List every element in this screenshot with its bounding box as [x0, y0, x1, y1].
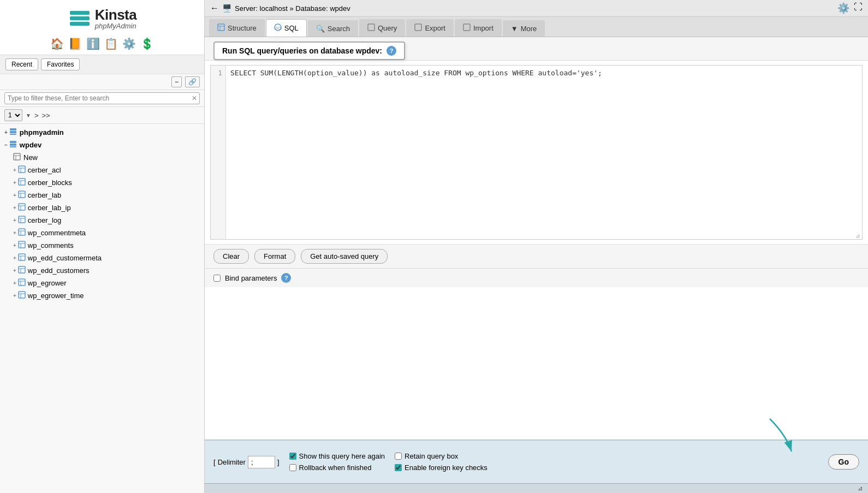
show-query-label[interactable]: Show this query here again: [289, 452, 385, 460]
retain-query-text: Retain query box: [405, 452, 458, 460]
sql-editor-textarea[interactable]: SELECT SUM(LENGTH(option_value)) as auto…: [226, 66, 862, 239]
db-label-new: New: [23, 153, 38, 162]
tab-structure-label: Structure: [228, 24, 257, 32]
phpmyadmin-brand: phpMyAdmin: [95, 22, 136, 30]
top-bar: ← 🖥️ Server: localhost » Database: wpdev…: [205, 0, 868, 17]
back-button[interactable]: ←: [210, 3, 219, 13]
svg-rect-9: [14, 153, 20, 160]
db-item-new[interactable]: New: [0, 151, 204, 164]
link-button[interactable]: 🔗: [185, 76, 200, 87]
svg-rect-8: [10, 146, 16, 147]
page-forward-end-button[interactable]: >>: [42, 111, 50, 120]
tabs-bar: Structure SQL SQL 🔍 Search Query Export: [205, 17, 868, 37]
logo-area: Kinsta phpMyAdmin: [68, 7, 136, 31]
filter-input[interactable]: [4, 92, 200, 104]
expand-icon[interactable]: ⛶: [854, 2, 863, 14]
db-item-cerber_log[interactable]: + cerber_log: [0, 214, 204, 227]
gear-icon[interactable]: ⚙️: [122, 37, 136, 50]
help-icon[interactable]: ?: [387, 46, 396, 56]
search-tab-icon: 🔍: [316, 25, 325, 33]
export-tab-icon: [414, 23, 422, 33]
db-label-wp_egrower: wp_egrower: [28, 279, 67, 287]
tab-import[interactable]: Import: [455, 19, 502, 37]
table-icon-cerber_log: [18, 216, 26, 225]
breadcrumb-area: ← 🖥️ Server: localhost » Database: wpdev: [210, 3, 350, 13]
info-icon[interactable]: ℹ️: [86, 37, 100, 50]
page-forward-button[interactable]: >: [34, 111, 39, 120]
svg-rect-50: [368, 24, 374, 31]
db-item-wp_egrower_time[interactable]: + wp_egrower_time: [0, 289, 204, 302]
bind-parameters-checkbox[interactable]: [213, 275, 221, 282]
db-label-cerber_log: cerber_log: [28, 216, 61, 224]
db-item-wp_egrower[interactable]: + wp_egrower: [0, 277, 204, 289]
svg-rect-2: [70, 22, 90, 26]
bind-params-help-icon[interactable]: ?: [281, 273, 291, 283]
show-query-checkbox[interactable]: [289, 453, 296, 460]
expand-icon-phpmyadmin: +: [4, 129, 8, 135]
svg-rect-51: [415, 24, 421, 31]
db-label-wpdev: wpdev: [20, 141, 41, 149]
expand-icon-wp_egrower_time: +: [13, 293, 16, 299]
clear-button[interactable]: Clear: [213, 249, 249, 264]
expand-icon-wp_edd_customermeta: +: [13, 255, 16, 261]
tab-export-label: Export: [425, 24, 445, 32]
db-item-cerber_blocks[interactable]: + cerber_blocks: [0, 176, 204, 189]
sidebar: Kinsta phpMyAdmin 🏠 📙 ℹ️ 📋 ⚙️ 💲 Recent F…: [0, 0, 205, 493]
db-item-cerber_acl[interactable]: + cerber_acl: [0, 164, 204, 176]
db-item-cerber_lab_ip[interactable]: + cerber_lab_ip: [0, 201, 204, 214]
home-icon[interactable]: 🏠: [50, 37, 64, 50]
enable-fk-text: Enable foreign key checks: [405, 464, 487, 472]
enable-fk-label[interactable]: Enable foreign key checks: [395, 464, 487, 472]
tab-search-label: Search: [328, 25, 350, 33]
tab-search[interactable]: 🔍 Search: [308, 20, 358, 37]
expand-icon-cerber_lab: +: [13, 192, 16, 198]
resize-handle[interactable]: ⊿: [855, 233, 862, 239]
db-item-wp_comments[interactable]: + wp_comments: [0, 239, 204, 252]
db-tree: + phpmyadmin − wpdev New + ce: [0, 124, 204, 493]
expand-icon-wp_comments: +: [13, 242, 16, 248]
page-select[interactable]: 1: [4, 109, 22, 121]
delimiter-input[interactable]: [248, 456, 275, 468]
dollar-icon[interactable]: 💲: [140, 37, 154, 50]
filter-clear-icon[interactable]: ✕: [192, 94, 197, 102]
db-item-phpmyadmin[interactable]: + phpmyadmin: [0, 126, 204, 139]
svg-rect-12: [19, 166, 25, 173]
filter-box: ✕: [0, 90, 204, 107]
copy-icon[interactable]: 📋: [104, 37, 118, 50]
db-label-wp_comments: wp_comments: [28, 241, 74, 250]
svg-rect-1: [70, 16, 90, 20]
favorites-button[interactable]: Favorites: [41, 58, 80, 70]
svg-rect-42: [19, 292, 25, 298]
table-icon-new: [13, 153, 21, 162]
tab-query[interactable]: Query: [359, 19, 405, 37]
tab-sql[interactable]: SQL SQL: [266, 19, 307, 37]
get-autosaved-button[interactable]: Get auto-saved query: [301, 249, 388, 264]
recent-button[interactable]: Recent: [5, 58, 38, 70]
checkboxes-left: Show this query here again Rollback when…: [289, 452, 385, 472]
settings-icon[interactable]: ⚙️: [837, 2, 849, 14]
format-button[interactable]: Format: [254, 249, 295, 264]
retain-query-checkbox[interactable]: [395, 453, 402, 460]
db-item-wp_commentmeta[interactable]: + wp_commentmeta: [0, 227, 204, 239]
retain-query-label[interactable]: Retain query box: [395, 452, 487, 460]
book-icon[interactable]: 📙: [68, 37, 82, 50]
db-item-wp_edd_customers[interactable]: + wp_edd_customers: [0, 264, 204, 277]
sidebar-icon-row: 🏠 📙 ℹ️ 📋 ⚙️ 💲: [50, 37, 154, 50]
db-item-wp_edd_customermeta[interactable]: + wp_edd_customermeta: [0, 252, 204, 264]
db-label-cerber_lab_ip: cerber_lab_ip: [28, 204, 71, 212]
rollback-checkbox[interactable]: [289, 464, 296, 471]
delimiter-label: Delimiter: [218, 458, 246, 466]
tab-structure[interactable]: Structure: [209, 19, 265, 37]
expand-icon-wp_egrower: +: [13, 280, 16, 286]
tab-export[interactable]: Export: [406, 19, 454, 37]
collapse-button[interactable]: −: [171, 76, 182, 87]
enable-fk-checkbox[interactable]: [395, 464, 402, 471]
go-button[interactable]: Go: [828, 454, 859, 470]
db-item-cerber_lab[interactable]: + cerber_lab: [0, 189, 204, 201]
table-icon-wp_edd_customers: [18, 266, 26, 275]
db-item-wpdev[interactable]: − wpdev: [0, 139, 204, 151]
rollback-label[interactable]: Rollback when finished: [289, 464, 385, 472]
tab-more[interactable]: ▼ More: [503, 20, 545, 37]
table-icon-cerber_blocks: [18, 178, 26, 187]
main-content: ← 🖥️ Server: localhost » Database: wpdev…: [205, 0, 868, 493]
